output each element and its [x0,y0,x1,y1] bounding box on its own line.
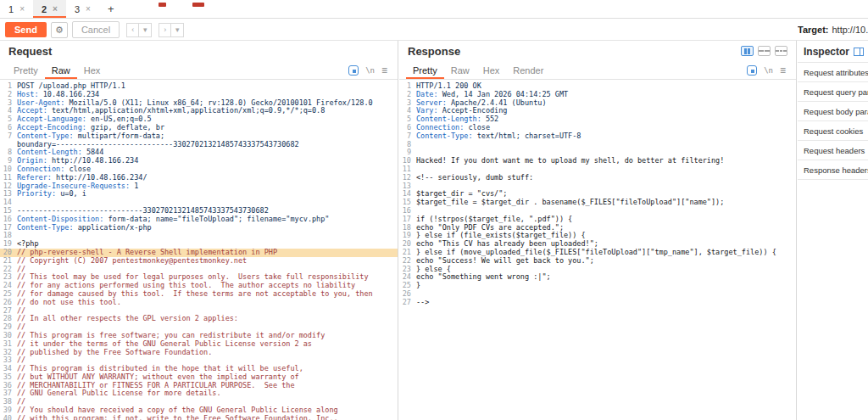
dock-panel-icon[interactable] [854,48,864,56]
line-text: // [17,323,398,332]
response-tab-render[interactable]: Render [506,61,550,79]
inspector-section-request-cookies[interactable]: Request cookies [798,121,868,141]
repeater-main: Request PrettyRawHex \n ≡ 1POST /upload.… [0,41,868,420]
repeater-tab-bar: 1×2×3× + [0,0,868,19]
code-line: 10Hacked! If you dont want me to upload … [399,157,796,165]
request-tab-hex[interactable]: Hex [77,61,108,79]
inspector-panel: Inspector » Request attributesRequest qu… [798,41,868,420]
inspector-section-response-headers[interactable]: Response headers [798,160,868,180]
layout-columns-icon[interactable] [741,46,754,56]
code-line: 19<?php [0,240,398,249]
code-line: 11 [399,165,796,174]
line-number: 40 [0,415,17,420]
selection-icon[interactable] [747,65,757,76]
line-text: Upgrade-Insecure-Requests: 1 [17,182,398,191]
response-viewer[interactable]: 1HTTP/1.1 200 OK2Date: Wed, 14 Jan 2026 … [399,81,796,420]
close-icon[interactable]: × [19,4,25,14]
history-forward-button[interactable]: › [159,23,171,37]
line-text: // You should have received a copy of th… [17,406,398,415]
layout-toggle-icons [741,46,787,56]
tab-label: 2 [42,4,47,14]
target-bar: Target: http://10.48.166... [798,20,868,40]
line-text: <!-- seriously, dumb stuff: [416,174,796,182]
line-text: Hacked! If you dont want me to upload my… [416,157,796,165]
code-line: 20echo "This CV has already been uploade… [399,240,796,249]
inspector-section-label: Request query parameters [804,87,868,97]
code-line: 20// php-reverse-shell - A Reverse Shell… [0,249,398,257]
history-forward-dropdown[interactable]: ▾ [171,23,184,37]
line-text [416,182,796,191]
code-line: 25// for damage caused by this tool. If … [0,290,398,299]
line-text: // MERCHANTABILITY or FITNESS FOR A PART… [17,382,398,390]
repeater-tab-3[interactable]: 3× [66,0,99,18]
history-back-button[interactable]: ‹ [126,23,139,37]
show-newlines-icon[interactable]: \n [365,66,375,75]
send-button[interactable]: Send [5,22,47,37]
line-text: // [17,266,398,274]
repeater-tab-2[interactable]: 2× [33,0,66,18]
line-text: Referer: http://10.48.166.234/ [17,174,398,182]
code-line: 34// This program is distributed in the … [0,365,398,373]
show-newlines-icon[interactable]: \n [764,66,773,75]
close-icon[interactable]: × [53,4,58,14]
code-line: 4Vary: Accept-Encoding [399,107,796,115]
code-line: 14$target_dir = "cvs/"; [399,190,796,199]
menu-icon[interactable]: ≡ [381,65,387,76]
line-text: // but WITHOUT ANY WARRANTY; without eve… [17,373,398,382]
code-line: 12<!-- seriously, dumb stuff: [399,174,796,182]
code-line: 8Content-Length: 5844 [0,148,398,157]
line-text: // it under the terms of the GNU General… [17,340,398,349]
close-icon[interactable]: × [86,4,91,14]
code-line: 17if (!strpos($target_file, ".pdf")) { [399,216,796,224]
line-text [17,232,398,240]
response-tab-raw[interactable]: Raw [444,61,476,79]
code-line: 13 [399,182,796,191]
burp-repeater-window: 1×2×3× + Send ⚙ Cancel ‹ ▾ › ▾ Target: h… [0,0,868,420]
response-tab-pretty[interactable]: Pretty [406,61,444,79]
request-editor[interactable]: 1POST /upload.php HTTP/1.12Host: 10.48.1… [0,81,398,420]
line-text: } else if (move_uploaded_file($_FILES["f… [416,249,796,257]
inspector-section-request-attributes[interactable]: Request attributes [798,63,868,82]
code-line: 3Server: Apache/2.4.41 (Ubuntu) [399,99,796,108]
code-line: 5Content-Length: 552 [399,115,796,124]
line-text: } else { [416,266,796,274]
inspector-section-request-query-parameters[interactable]: Request query parameters [798,82,868,102]
code-line: 28// In all other respects the GPL versi… [0,315,398,323]
repeater-tabs: 1×2×3× [0,0,99,18]
line-number: 27 [399,299,416,307]
code-line: 18echo "Only PDF CVs are accepted."; [399,224,796,232]
code-line: 7Content-Type: text/html; charset=UTF-8 [399,132,796,141]
line-text: POST /upload.php HTTP/1.1 [17,82,398,91]
line-text: Content-Type: application/x-php [17,224,398,232]
line-text: // This tool may be used for legal purpo… [17,273,398,282]
request-tab-raw[interactable]: Raw [45,61,77,79]
inspector-sections: Request attributesRequest query paramete… [798,63,868,180]
line-text: // [17,307,398,316]
response-panel-header: Response [399,41,796,61]
line-text: Connection: close [17,165,398,174]
cancel-button[interactable]: Cancel [72,21,120,38]
code-line: 24echo "Something went wrong :|"; [399,273,796,282]
layout-rows-icon[interactable] [758,46,771,56]
line-text: User-Agent: Mozilla/5.0 (X11; Linux x86_… [17,99,398,108]
response-tab-hex[interactable]: Hex [476,61,507,79]
new-tab-button[interactable]: + [99,0,123,18]
line-text [416,290,796,299]
gear-icon: ⚙ [55,25,64,35]
line-text [17,199,398,207]
line-text: $target_file = $target_dir . basename($_… [416,199,796,207]
request-tab-pretty[interactable]: Pretty [7,61,45,79]
menu-icon[interactable]: ≡ [780,65,786,76]
line-text: echo "Only PDF CVs are accepted."; [416,224,796,232]
inspector-section-request-headers[interactable]: Request headers [798,141,868,160]
selection-icon[interactable] [348,65,359,76]
history-back-dropdown[interactable]: ▾ [139,23,152,37]
code-line: 22echo "Success! We will get back to you… [399,257,796,266]
inspector-section-label: Request cookies [804,126,863,136]
layout-single-icon[interactable] [775,46,787,56]
target-url[interactable]: http://10.48.166... [832,25,868,35]
repeater-tab-1[interactable]: 1× [0,0,33,18]
inspector-section-request-body-parameters[interactable]: Request body parameters [798,102,868,121]
send-settings-button[interactable]: ⚙ [51,22,68,38]
request-subtabs: PrettyRawHex [7,61,107,79]
